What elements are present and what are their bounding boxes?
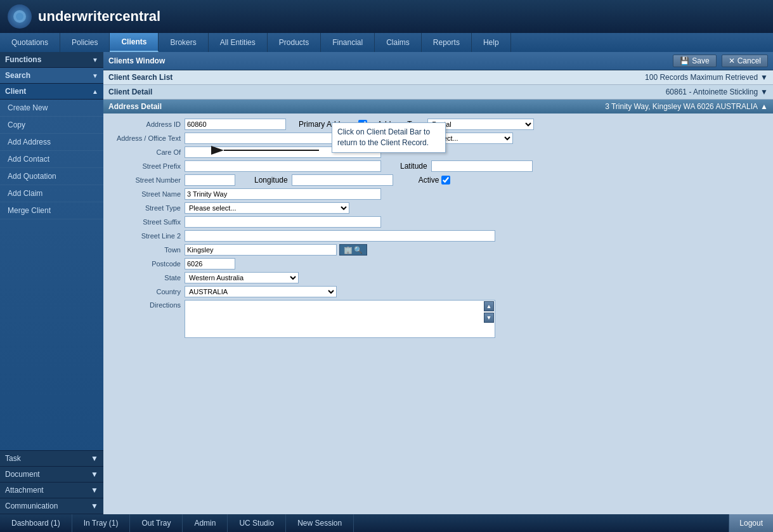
- address-detail-title: Address Detail: [108, 102, 162, 111]
- sidebar-item-merge-client[interactable]: Merge Client: [0, 202, 103, 219]
- town-group: 🏢 🔍: [185, 244, 367, 256]
- street-type-select[interactable]: Please select...: [185, 202, 349, 214]
- search-chevron-icon: ▼: [92, 72, 98, 79]
- content-area: Clients Window 💾 Save ✕ Cancel Client Se…: [103, 52, 773, 514]
- nav-reports[interactable]: Reports: [422, 33, 472, 52]
- street-name-input[interactable]: [185, 188, 381, 200]
- status-admin[interactable]: Admin: [183, 514, 228, 532]
- address-detail-info: 3 Trinity Way, Kingsley WA 6026 AUSTRALI…: [605, 102, 768, 111]
- sidebar-functions-header[interactable]: Functions ▼: [0, 52, 103, 68]
- active-checkbox[interactable]: [441, 176, 450, 185]
- clients-window-bar: Clients Window 💾 Save ✕ Cancel: [103, 52, 773, 70]
- nav-brokers[interactable]: Brokers: [159, 33, 208, 52]
- save-button[interactable]: 💾 Save: [673, 55, 716, 67]
- window-actions: 💾 Save ✕ Cancel: [673, 55, 768, 67]
- office-text-label: Address / Office Text: [111, 134, 181, 142]
- status-dashboard[interactable]: Dashboard (1): [0, 514, 72, 532]
- client-detail-dropdown-icon[interactable]: ▼: [760, 88, 768, 96]
- sidebar-item-add-address[interactable]: Add Address: [0, 134, 103, 151]
- status-in-tray[interactable]: In Tray (1): [72, 514, 131, 532]
- postcode-label: Postcode: [111, 260, 181, 268]
- street-name-label: Street Name: [111, 190, 181, 198]
- save-icon: 💾: [680, 56, 689, 65]
- nav-help[interactable]: Help: [472, 33, 511, 52]
- document-chevron-icon: ▼: [91, 470, 98, 479]
- street-name-row: Street Name: [111, 188, 765, 200]
- country-row: Country AUSTRALIA: [111, 286, 765, 297]
- town-search-button[interactable]: 🏢 🔍: [339, 244, 367, 256]
- nav-quotations[interactable]: Quotations: [0, 33, 60, 52]
- nav-clients[interactable]: Clients: [110, 33, 159, 52]
- street-suffix-input[interactable]: [185, 216, 381, 228]
- navbar: Quotations Policies Clients Brokers All …: [0, 33, 773, 52]
- town-row: Town 🏢 🔍: [111, 244, 765, 256]
- sidebar-task[interactable]: Task ▼: [0, 451, 103, 467]
- nav-products[interactable]: Products: [268, 33, 321, 52]
- records-dropdown-icon[interactable]: ▼: [760, 73, 768, 82]
- latitude-label: Latitude: [400, 162, 427, 171]
- address-id-input[interactable]: [185, 119, 286, 130]
- status-bar: Dashboard (1) In Tray (1) Out Tray Admin…: [0, 514, 773, 532]
- directions-wrapper: ▲ ▼: [185, 300, 495, 340]
- task-chevron-icon: ▼: [91, 454, 98, 463]
- svg-point-1: [16, 13, 23, 20]
- logo: [8, 4, 32, 29]
- street-line2-label: Street Line 2: [111, 232, 181, 240]
- street-line2-input[interactable]: [185, 230, 495, 242]
- search-icon: 🔍: [354, 246, 363, 254]
- nav-policies[interactable]: Policies: [60, 33, 110, 52]
- longitude-label: Longitude: [254, 176, 288, 185]
- client-detail-label: Client Detail: [108, 88, 152, 96]
- scroll-up-button[interactable]: ▲: [484, 301, 494, 311]
- communication-chevron-icon: ▼: [91, 502, 98, 510]
- form-area: Address ID Primary Address Address Type …: [103, 114, 773, 514]
- logout-button[interactable]: Logout: [729, 514, 773, 532]
- longitude-group: Longitude: [254, 174, 393, 186]
- street-prefix-row: Street Prefix Latitude: [111, 160, 765, 172]
- sidebar-item-create-new[interactable]: Create New: [0, 100, 103, 117]
- directions-textarea[interactable]: [185, 300, 495, 338]
- sidebar-communication[interactable]: Communication ▼: [0, 498, 103, 514]
- sidebar-attachment[interactable]: Attachment ▼: [0, 483, 103, 498]
- street-prefix-input[interactable]: [185, 160, 381, 172]
- address-detail-collapse-icon[interactable]: ▲: [760, 102, 768, 111]
- sidebar-item-copy[interactable]: Copy: [0, 117, 103, 134]
- office-text-input[interactable]: [185, 133, 337, 144]
- longitude-input[interactable]: [292, 174, 393, 186]
- client-chevron-icon: ▲: [92, 88, 98, 95]
- sidebar: Functions ▼ Search ▼ Client ▲ Create New…: [0, 52, 103, 514]
- sidebar-item-add-claim[interactable]: Add Claim: [0, 185, 103, 202]
- records-info: 100 Records Maximum Retrieved ▼: [645, 73, 768, 82]
- street-number-input[interactable]: [185, 174, 235, 186]
- latitude-group: Latitude: [400, 160, 533, 172]
- sidebar-bottom: Task ▼ Document ▼ Attachment ▼ Communica…: [0, 450, 103, 514]
- search-list-bar: Client Search List 100 Records Maximum R…: [103, 70, 773, 85]
- sidebar-item-add-quotation[interactable]: Add Quotation: [0, 168, 103, 185]
- status-out-tray[interactable]: Out Tray: [130, 514, 183, 532]
- sidebar-client-header[interactable]: Client ▲: [0, 84, 103, 100]
- cancel-button[interactable]: ✕ Cancel: [722, 55, 768, 67]
- sidebar-document[interactable]: Document ▼: [0, 467, 103, 483]
- town-input[interactable]: [185, 244, 337, 256]
- street-suffix-row: Street Suffix: [111, 216, 765, 228]
- postcode-input[interactable]: [185, 258, 235, 269]
- status-new-session[interactable]: New Session: [286, 514, 354, 532]
- state-label: State: [111, 274, 181, 282]
- nav-all-entities[interactable]: All Entities: [209, 33, 268, 52]
- sidebar-search-header[interactable]: Search ▼: [0, 68, 103, 84]
- scroll-down-button[interactable]: ▼: [484, 313, 494, 323]
- sidebar-item-add-contact[interactable]: Add Contact: [0, 151, 103, 168]
- status-uc-studio[interactable]: UC Studio: [228, 514, 286, 532]
- active-group: Active: [419, 176, 451, 185]
- country-label: Country: [111, 288, 181, 295]
- state-select[interactable]: Western Australia: [185, 272, 299, 283]
- active-label: Active: [419, 176, 439, 185]
- nav-claims[interactable]: Claims: [375, 33, 422, 52]
- latitude-input[interactable]: [431, 160, 533, 172]
- nav-financial[interactable]: Financial: [321, 33, 375, 52]
- clients-window-title: Clients Window: [108, 56, 165, 65]
- textarea-scroll-buttons: ▲ ▼: [484, 301, 494, 323]
- annotation-box: Click on Client Detail Bar to return to …: [332, 122, 446, 153]
- client-detail-bar[interactable]: Client Detail 60861 - Antoinette Stickli…: [103, 85, 773, 100]
- country-select[interactable]: AUSTRALIA: [185, 286, 337, 297]
